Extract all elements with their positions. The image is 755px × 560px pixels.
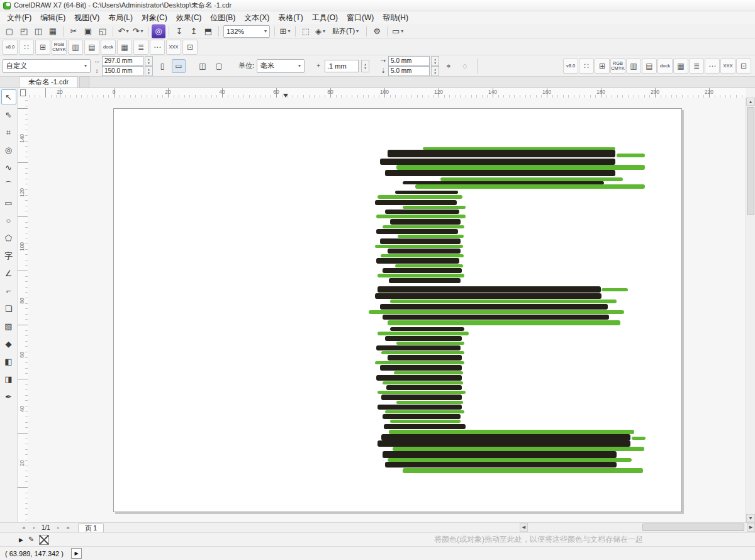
print-button[interactable]: ▦ [46,25,60,38]
status-flyout-button[interactable]: ▶ [71,548,82,559]
workspace-toggle-button[interactable]: ⊡ [736,59,751,74]
marquee-mode-button[interactable]: ⌖ [442,59,456,73]
page-width-field[interactable]: 297.0 mm [102,56,143,66]
landscape-button[interactable]: ▭ [172,59,186,73]
search-content-button[interactable]: ◎ [152,25,165,38]
scroll-down-button[interactable]: ▼ [746,514,755,522]
object-grid-button[interactable]: ▦ [673,59,688,74]
vertical-ruler[interactable]: 14012010080604020 [18,98,28,522]
units-combo[interactable]: 毫米 ▾ [257,59,305,73]
polygon-tool[interactable]: ⬠ [1,230,16,245]
duplicate-x-spinner[interactable]: ▴▾ [431,56,439,66]
macro-xxx-button[interactable]: XXX [166,40,181,55]
workspace-toggle-button[interactable]: ⊡ [182,40,198,55]
horizontal-ruler[interactable]: 20020406080100120140160180200220 [28,88,746,98]
zoom-tool[interactable]: ◎ [1,142,16,157]
object-list-button[interactable]: ≣ [133,40,148,55]
connector-tool[interactable]: ⌐ [1,283,16,298]
canvas[interactable] [28,98,746,522]
ellipse-tool[interactable]: ○ [1,213,16,228]
last-page-button[interactable]: » [63,523,73,532]
current-page-button[interactable]: ▢ [212,59,226,73]
portrait-button[interactable]: ▯ [155,59,169,73]
menu-item-6[interactable]: 效果(C) [172,11,206,25]
import-button[interactable]: ↧ [172,25,186,38]
more-options-button[interactable]: ⋯ [150,40,165,55]
previous-page-button[interactable]: ‹ [29,523,39,532]
new-document-button[interactable]: ▢ [3,25,16,38]
artistic-media-tool[interactable]: ⌒ [1,177,16,193]
align-distribute-button[interactable]: ∷ [579,59,594,74]
view-mode-button[interactable]: ◈▾ [313,25,327,38]
menu-item-9[interactable]: 表格(T) [274,11,307,25]
palette-eyedropper-icon[interactable]: ✎ [28,535,34,544]
horizontal-scroll-thumb[interactable] [642,524,744,531]
export-button[interactable]: ↥ [187,25,201,38]
text-tool[interactable]: 字 [1,248,16,263]
redo-button[interactable]: ↷▾ [131,25,145,38]
ruler-origin-button[interactable] [18,88,28,98]
menu-item-12[interactable]: 帮助(H) [378,11,413,25]
view-manager-button[interactable]: ▤ [642,59,657,74]
cut-button[interactable]: ✂ [67,25,81,38]
menu-item-2[interactable]: 编辑(E) [36,11,70,25]
drop-shadow-tool[interactable]: ❏ [1,301,16,316]
crop-tool[interactable]: ⌗ [1,125,16,140]
open-button[interactable]: ◰ [17,25,31,38]
zoom-level-combo[interactable]: 132%▾ [223,25,270,38]
outline-pen-tool[interactable]: ✒ [1,389,16,404]
document-tab-stub[interactable] [79,76,89,87]
scroll-up-button[interactable]: ▲ [746,98,755,106]
undo-button[interactable]: ↶▾ [116,25,130,38]
copy-button[interactable]: ▣ [81,25,95,38]
version-macro-button[interactable]: v8.0 [563,59,578,74]
page-tab[interactable]: 页 1 [78,524,104,532]
menu-item-11[interactable]: 窗口(W) [342,11,378,25]
palette-editor-button[interactable]: ▥ [68,40,83,55]
first-page-button[interactable]: « [19,523,29,532]
all-pages-button[interactable]: ◫ [196,59,210,73]
menu-item-3[interactable]: 视图(V) [70,11,104,25]
save-button[interactable]: ◫ [31,25,45,38]
smart-fill-tool[interactable]: ◨ [1,371,16,386]
menu-item-4[interactable]: 布局(L) [104,11,137,25]
color-eyedropper-tool[interactable]: ◆ [1,336,16,351]
duplicate-y-field[interactable]: 5.0 mm [388,66,430,76]
letter-e-artwork[interactable] [352,142,648,475]
publish-pdf-button[interactable]: ⬒ [201,25,215,38]
dockers-button[interactable]: dock [657,59,673,74]
dockers-button[interactable]: dock [101,40,116,55]
object-grid-button[interactable]: ▦ [117,40,132,55]
shape-tool[interactable]: ⇖ [1,107,16,122]
menu-item-1[interactable]: 文件(F) [3,11,36,25]
rectangle-tool[interactable]: ▭ [1,195,16,210]
duplicate-y-spinner[interactable]: ▴▾ [431,66,439,76]
view-manager-button[interactable]: ▤ [84,40,99,55]
treat-as-filled-button[interactable]: ◌ [458,59,472,73]
version-macro-button[interactable]: v8.0 [3,40,18,55]
palette-editor-button[interactable]: ▥ [626,59,641,74]
dimension-tool[interactable]: ∠ [1,266,16,281]
nudge-spinner[interactable]: ▴▾ [361,60,369,72]
page-width-spinner[interactable]: ▴▾ [145,56,153,66]
next-page-button[interactable]: › [53,523,63,532]
grid-snap-button[interactable]: ⊞ [595,59,610,74]
document-tab[interactable]: 未命名 -1.cdr [19,76,78,87]
horizontal-scroll-track[interactable] [528,523,747,532]
align-distribute-button[interactable]: ∷ [19,40,34,55]
menu-item-8[interactable]: 文本(X) [240,11,274,25]
freehand-tool[interactable]: ∿ [1,160,16,175]
horizontal-scrollbar[interactable]: ◀ ▶ [520,523,755,532]
no-color-swatch[interactable] [39,535,49,545]
vertical-scroll-thumb[interactable] [747,107,754,215]
welcome-screen-button[interactable]: ▭▾ [391,25,405,38]
macro-xxx-button[interactable]: XXX [720,59,735,74]
chevron-down-icon[interactable]: ▾ [264,28,267,34]
menu-item-7[interactable]: 位图(B) [206,11,240,25]
page-height-field[interactable]: 150.0 mm [102,66,143,76]
full-screen-preview-button[interactable]: ⬚ [299,25,313,38]
color-model-button[interactable]: RGBCMYK [610,59,625,74]
more-options-button[interactable]: ⋯ [705,59,720,74]
nudge-field[interactable]: .1 mm [325,60,359,72]
page-height-spinner[interactable]: ▴▾ [145,66,153,76]
